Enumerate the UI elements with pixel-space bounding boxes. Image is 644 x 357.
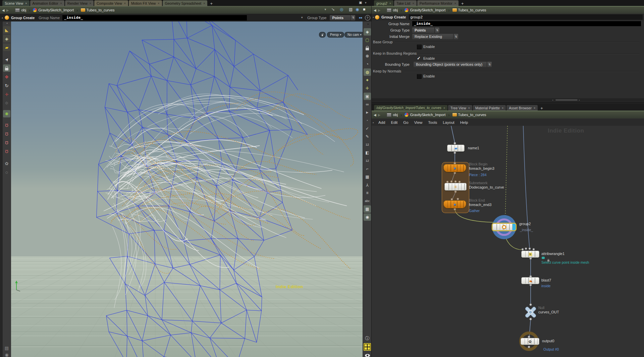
scroll-left-icon[interactable]: ◂ xyxy=(552,99,553,101)
close-icon[interactable]: × xyxy=(25,2,27,5)
spinner-icon[interactable]: ⇅ xyxy=(351,15,355,20)
shelf-collapse-icon[interactable]: ◂ xyxy=(3,21,11,24)
magnet-curve-icon[interactable]: Ω xyxy=(3,130,10,138)
node-label[interactable]: group2 xyxy=(519,222,531,226)
stereo-icon[interactable]: ∞ xyxy=(364,101,371,108)
circle-tool-icon[interactable]: ◌ xyxy=(3,168,10,176)
node-label[interactable]: attribwrangle1 xyxy=(541,252,565,256)
breadcrumb-gravitysketch[interactable]: GravitySketch_Import xyxy=(32,8,75,12)
back-icon[interactable]: ◀ xyxy=(374,8,376,12)
persp-view-pill[interactable]: Persp▾ xyxy=(327,32,344,38)
lock-camera-icon[interactable] xyxy=(364,44,371,52)
opbar-dropdown-icon[interactable]: ▼ xyxy=(301,16,303,19)
curve-hull-icon[interactable]: ⌐ xyxy=(364,165,371,172)
close-icon[interactable]: × xyxy=(203,2,205,5)
node-attribwrangle1[interactable]: ≈ xyxy=(521,251,539,258)
close-icon[interactable]: × xyxy=(60,2,62,5)
breadcrumb-tubes[interactable]: Tubes_to_curves xyxy=(80,8,116,12)
path-dropdown-icon[interactable]: ▼ xyxy=(324,8,327,11)
rotate-tool-icon[interactable]: ↻ xyxy=(3,82,10,89)
select-tool-icon[interactable]: ➤ xyxy=(3,56,10,63)
group-create-icon[interactable] xyxy=(5,15,9,20)
close-icon[interactable]: × xyxy=(124,2,126,5)
view-tool-icon[interactable]: ◣ xyxy=(3,26,10,34)
spinner-icon[interactable]: ⇅ xyxy=(435,28,439,33)
prim-numbers-icon[interactable]: 12 xyxy=(364,157,371,164)
node-blast7[interactable]: ▲ xyxy=(521,277,539,284)
list-icon[interactable]: ≡ xyxy=(364,189,371,197)
initial-merge-select[interactable]: Replace Existing xyxy=(412,34,453,39)
node-curves-out[interactable] xyxy=(523,305,538,319)
param-scrollbar-handle[interactable] xyxy=(555,99,578,101)
forward-icon[interactable]: ▶ xyxy=(6,8,9,12)
close-icon[interactable]: × xyxy=(502,106,503,110)
tab-geometry-spreadsheet[interactable]: Geometry Spreadsheet× xyxy=(163,0,208,6)
back-icon[interactable]: ◀ xyxy=(374,113,376,117)
prim-normals-icon[interactable]: ◧ xyxy=(364,149,371,156)
breadcrumb-tubes[interactable]: Tubes_to_curves xyxy=(451,113,487,117)
param-scrollbar-track[interactable]: ◂ ▸ xyxy=(372,98,644,102)
menu-edit[interactable]: Edit xyxy=(391,120,397,124)
tab-motion-fx-view[interactable]: Motion FX View× xyxy=(129,0,162,6)
tab-asset-browser[interactable]: Asset Browser× xyxy=(506,105,538,111)
menu-go[interactable]: Go xyxy=(403,120,408,124)
display-flag[interactable] xyxy=(513,224,516,230)
node-output0[interactable]: ✿ xyxy=(521,338,539,345)
close-icon[interactable]: × xyxy=(468,106,470,110)
param-node-name-input[interactable]: group2 xyxy=(409,14,643,20)
node-label[interactable]: name1 xyxy=(468,146,479,150)
breadcrumb-obj[interactable]: obj xyxy=(386,113,399,117)
no-cam-pill[interactable]: No cam▾ xyxy=(344,32,364,38)
node-label[interactable]: blast7 xyxy=(541,278,551,282)
spinner-icon[interactable]: ⇅ xyxy=(454,34,458,39)
opbar-name-input[interactable]: _inside_ xyxy=(62,15,247,20)
bounding-enable-checkbox[interactable]: ✓ xyxy=(417,56,421,61)
menu-tools[interactable]: Tools xyxy=(428,120,437,124)
breadcrumb-obj[interactable]: obj xyxy=(386,8,399,12)
close-icon[interactable]: × xyxy=(158,2,159,5)
cube-display-icon[interactable]: ▧ xyxy=(349,7,353,12)
point-numbers-icon[interactable]: 12 xyxy=(364,141,371,148)
lighting-icon[interactable]: ◍ xyxy=(364,68,371,76)
text-display-icon[interactable]: abc xyxy=(364,197,371,205)
eye-icon[interactable] xyxy=(364,352,371,357)
hook-select-icon[interactable]: ✓ xyxy=(364,125,371,132)
node-label[interactable]: Dodecagon_to_curve xyxy=(469,185,504,189)
pane-menu-icon[interactable]: ▾ xyxy=(365,1,367,4)
handles-display-icon[interactable]: ◈ xyxy=(3,35,10,42)
menu-add[interactable]: Add xyxy=(378,120,385,124)
strip-scroll-icon[interactable]: ▸ xyxy=(368,22,369,26)
spinner-icon[interactable]: ⇅ xyxy=(487,62,492,67)
collapse-icon[interactable]: ▴ xyxy=(0,16,5,19)
move-light-icon[interactable]: ✛ xyxy=(364,85,371,92)
highlight-toggle-icon[interactable]: ●● xyxy=(359,16,362,19)
translate-tool-icon[interactable]: ✛ xyxy=(3,91,10,98)
breadcrumb-gravitysketch[interactable]: GravitySketch_Import xyxy=(404,113,446,117)
tab-render-view[interactable]: Render View× xyxy=(65,0,94,6)
breadcrumb-obj[interactable]: obj xyxy=(14,8,27,12)
flipbook-icon[interactable]: ▶ xyxy=(364,109,371,116)
node-foreach-begin3[interactable]: ● xyxy=(443,164,466,172)
magnet-grid-icon[interactable]: Ω xyxy=(3,121,10,129)
divider-dot-icon[interactable]: • xyxy=(364,117,371,124)
node-group2[interactable] xyxy=(492,223,516,231)
close-icon[interactable]: × xyxy=(90,2,91,5)
close-icon[interactable]: × xyxy=(389,2,391,5)
handles-tool-icon[interactable]: ✥ xyxy=(3,73,10,81)
node-dodecagon-to-curve[interactable]: ≡ xyxy=(444,183,467,191)
breadcrumb-gravitysketch[interactable]: GravitySketch_Import xyxy=(404,8,446,12)
menu-view[interactable]: View xyxy=(414,120,423,124)
info-icon[interactable]: ⓘ xyxy=(364,335,371,342)
pane-divider[interactable] xyxy=(372,102,644,103)
snap-tool-icon[interactable]: ✺ xyxy=(3,110,10,117)
normals-enable-checkbox[interactable] xyxy=(417,74,422,79)
headlight-icon[interactable]: ⊗ xyxy=(364,52,371,60)
group-create-icon[interactable] xyxy=(375,15,379,19)
close-icon[interactable]: × xyxy=(534,106,535,110)
node-label[interactable]: foreach_end3 xyxy=(469,203,491,207)
new-tab-button[interactable]: + xyxy=(208,1,215,6)
collapse-icon[interactable]: ▴ xyxy=(373,121,374,124)
tab-composite-view[interactable]: Composite View× xyxy=(94,0,128,6)
visibility-icon[interactable]: ◈ xyxy=(364,28,371,36)
menu-layout[interactable]: Layout xyxy=(443,120,454,124)
